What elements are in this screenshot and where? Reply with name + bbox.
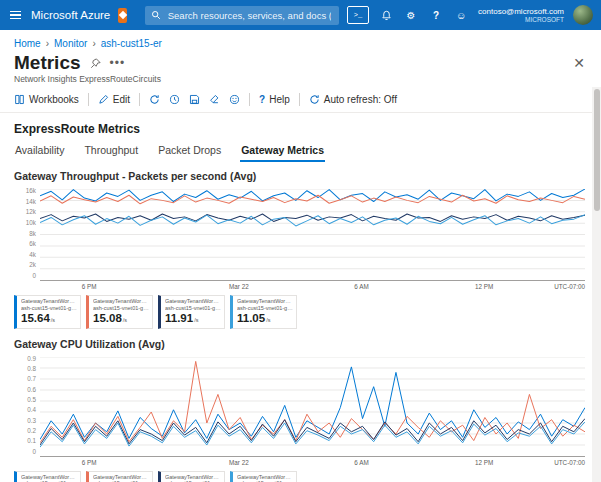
auto-refresh-button[interactable]: Auto refresh: Off bbox=[309, 94, 397, 105]
close-blade-icon[interactable]: ✕ bbox=[571, 55, 587, 71]
workbooks-icon bbox=[14, 94, 25, 105]
refresh-icon bbox=[149, 94, 160, 105]
timezone-label: UTC-07:00 bbox=[554, 459, 585, 466]
y-tick-label: 0.4 bbox=[14, 406, 36, 413]
global-search-input[interactable] bbox=[166, 9, 333, 22]
feedback-smiley-icon[interactable]: ☺ bbox=[453, 7, 469, 23]
y-tick-label: 10k bbox=[14, 219, 36, 226]
legend-resource-name: ash-cust15-vnet01-gw-er… bbox=[93, 305, 149, 312]
chart-gateway-cpu: Gateway CPU Utilization (Avg) 0.90.80.70… bbox=[0, 330, 601, 482]
legend-metric-name: GatewayTenantWorker… bbox=[165, 474, 221, 481]
y-tick-label: 6k bbox=[14, 240, 36, 247]
chart-legend: GatewayTenantWorker…ash-cust15-vnet01-gw… bbox=[14, 295, 585, 329]
pin-icon[interactable] bbox=[90, 58, 101, 69]
y-tick-label: 0.6 bbox=[14, 386, 36, 393]
help-icon: ? bbox=[259, 94, 265, 105]
auto-refresh-icon bbox=[309, 94, 320, 105]
breadcrumb: HomeMonitorash-cust15-er bbox=[0, 30, 601, 51]
time-range-button[interactable] bbox=[169, 94, 180, 105]
tab-availability[interactable]: Availability bbox=[14, 139, 65, 162]
chart-title: Gateway Throughput - Packets per second … bbox=[14, 170, 585, 182]
x-axis-labels: 6 PMMar 226 AM12 PMUTC-07:00 bbox=[40, 281, 585, 292]
save-button[interactable] bbox=[189, 94, 200, 105]
vertical-scrollbar[interactable] bbox=[592, 87, 601, 482]
legend-resource-name: ash-cust15-vnet01-gw-er… bbox=[237, 305, 293, 312]
legend-value: 11.91/s bbox=[165, 312, 221, 326]
chart-plot-area[interactable] bbox=[40, 357, 585, 457]
y-tick-label: 0.9 bbox=[14, 355, 36, 362]
clock-icon bbox=[169, 94, 180, 105]
save-disk-icon bbox=[189, 94, 200, 105]
breadcrumb-home[interactable]: Home bbox=[14, 38, 41, 49]
portal-menu-icon[interactable] bbox=[8, 9, 23, 22]
legend-metric-name: GatewayTenantWorker… bbox=[93, 298, 149, 305]
y-tick-label: 0 bbox=[14, 272, 36, 279]
metric-tabs: Availability Throughput Packet Drops Gat… bbox=[0, 139, 601, 162]
title-row: Metrics ••• ✕ bbox=[0, 51, 601, 74]
eraser-icon bbox=[209, 94, 220, 105]
cloud-shell-button[interactable]: >_ bbox=[347, 6, 369, 24]
x-tick-label: 6 PM bbox=[82, 283, 97, 290]
y-tick-label: 14k bbox=[14, 198, 36, 205]
x-tick-label: 12 PM bbox=[475, 459, 493, 466]
y-tick-label: 12k bbox=[14, 208, 36, 215]
legend-metric-name: GatewayTenantWorker… bbox=[165, 298, 221, 305]
breadcrumb-resource[interactable]: ash-cust15-er bbox=[87, 38, 161, 49]
y-axis-labels: 16k14k12k10k8k6k4k2k0 bbox=[14, 189, 40, 281]
breadcrumb-monitor[interactable]: Monitor bbox=[41, 38, 88, 49]
legend-metric-name: GatewayTenantWorker… bbox=[21, 474, 77, 481]
search-icon bbox=[151, 10, 161, 20]
toolbar-separator bbox=[249, 93, 250, 106]
workbooks-button[interactable]: Workbooks bbox=[14, 94, 79, 105]
notifications-bell-icon[interactable] bbox=[378, 7, 394, 23]
legend-value: 15.08/s bbox=[93, 312, 149, 326]
chart-plot-area[interactable] bbox=[40, 189, 585, 281]
more-options-icon[interactable]: ••• bbox=[110, 58, 126, 68]
azure-brand[interactable]: Microsoft Azure bbox=[31, 9, 110, 21]
legend-card[interactable]: GatewayTenantWorker…ash-cust15-vnet01-gw… bbox=[158, 471, 225, 482]
refresh-button[interactable] bbox=[149, 94, 160, 105]
legend-metric-name: GatewayTenantWorker… bbox=[93, 474, 149, 481]
y-tick-label: 0.7 bbox=[14, 375, 36, 382]
y-tick-label: 16k bbox=[14, 187, 36, 194]
legend-metric-name: GatewayTenantWorker… bbox=[237, 298, 293, 305]
y-tick-label: 2k bbox=[14, 261, 36, 268]
timezone-label: UTC-07:00 bbox=[554, 283, 585, 290]
cloud-shell-icon[interactable] bbox=[118, 8, 127, 23]
global-search[interactable] bbox=[145, 6, 339, 25]
account-org: MICROSOFT bbox=[478, 16, 564, 23]
y-tick-label: 0 bbox=[14, 448, 36, 455]
smiley-icon bbox=[229, 94, 240, 105]
legend-card[interactable]: GatewayTenantWorker…ash-cust15-vnet01-gw… bbox=[230, 295, 297, 329]
section-title: ExpressRoute Metrics bbox=[0, 113, 601, 139]
legend-card[interactable]: GatewayTenantWorker…ash-cust15-vnet01-gw… bbox=[86, 471, 153, 482]
x-tick-label: Mar 22 bbox=[229, 283, 249, 290]
legend-metric-name: GatewayTenantWorker… bbox=[21, 298, 77, 305]
y-tick-label: 8k bbox=[14, 230, 36, 237]
account-info[interactable]: contoso@microsoft.com MICROSOFT bbox=[478, 7, 564, 24]
legend-card[interactable]: GatewayTenantWorker…ash-cust15-vnet01-gw… bbox=[158, 295, 225, 329]
scrollbar-thumb[interactable] bbox=[594, 89, 600, 211]
topbar-actions: >_ ⚙ ? ☺ contoso@microsoft.com MICROSOFT bbox=[347, 5, 593, 25]
avatar[interactable] bbox=[573, 5, 593, 25]
toolbar-separator bbox=[88, 93, 89, 106]
toolbar-separator bbox=[299, 93, 300, 106]
tab-throughput[interactable]: Throughput bbox=[83, 139, 139, 162]
legend-resource-name: ash-cust15-vnet01-gw-er… bbox=[21, 305, 77, 312]
help-button[interactable]: ? Help bbox=[259, 94, 290, 105]
clear-button[interactable] bbox=[209, 94, 220, 105]
legend-card[interactable]: GatewayTenantWorker…ash-cust15-vnet01-gw… bbox=[14, 295, 81, 329]
tab-gateway-metrics[interactable]: Gateway Metrics bbox=[240, 139, 325, 162]
x-tick-label: Mar 22 bbox=[229, 459, 249, 466]
help-question-icon[interactable]: ? bbox=[428, 7, 444, 23]
feedback-button[interactable] bbox=[229, 94, 240, 105]
y-tick-label: 4k bbox=[14, 251, 36, 258]
settings-gear-icon[interactable]: ⚙ bbox=[403, 7, 419, 23]
tab-packet-drops[interactable]: Packet Drops bbox=[157, 139, 222, 162]
edit-button[interactable]: Edit bbox=[98, 94, 130, 105]
y-tick-label: 0.2 bbox=[14, 427, 36, 434]
legend-card[interactable]: GatewayTenantWorker…ash-cust15-vnet01-gw… bbox=[14, 471, 81, 482]
legend-card[interactable]: GatewayTenantWorker…ash-cust15-vnet01-gw… bbox=[230, 471, 297, 482]
legend-card[interactable]: GatewayTenantWorker…ash-cust15-vnet01-gw… bbox=[86, 295, 153, 329]
y-axis-labels: 0.90.80.70.60.50.40.30.20.10 bbox=[14, 357, 40, 457]
